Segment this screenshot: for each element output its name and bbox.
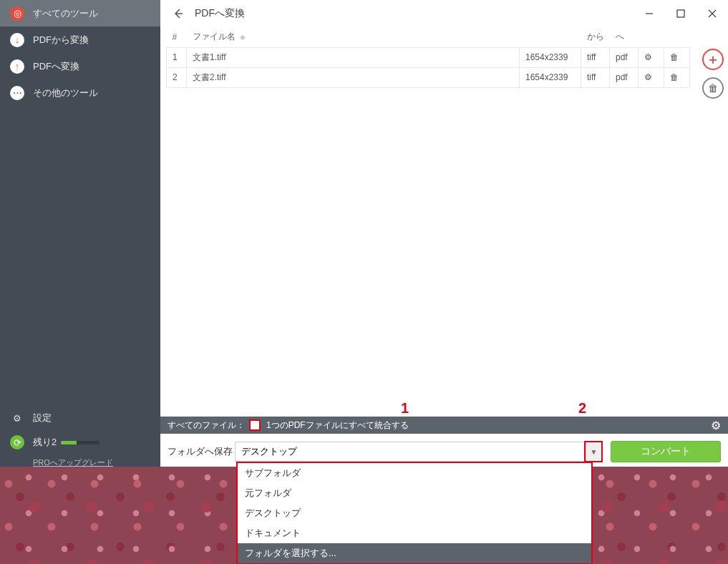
col-settings	[639, 27, 664, 47]
titlebar: PDFへ変換	[160, 0, 728, 27]
remaining-label: 残り2	[33, 436, 57, 449]
svg-rect-1	[677, 10, 684, 17]
back-button[interactable]	[168, 3, 189, 24]
target-icon: ◎	[10, 6, 24, 21]
page-title: PDFへ変換	[195, 7, 245, 20]
cell-delete[interactable]: 🗑	[664, 47, 690, 67]
cell-dimensions: 1654x2339	[520, 47, 581, 67]
sort-icon: ◆	[240, 33, 246, 41]
more-icon: ⋯	[10, 86, 24, 100]
main-panel: PDFへ変換 # ファイル名	[160, 0, 728, 472]
minimize-button[interactable]	[634, 0, 665, 27]
gear-icon: ⚙	[10, 411, 24, 425]
dropdown-option[interactable]: フォルダを選択する...	[238, 543, 591, 563]
sidebar-item-label: PDFへ変換	[33, 60, 79, 73]
sidebar-item-label: PDFから変換	[33, 34, 89, 47]
col-to[interactable]: へ	[610, 27, 639, 47]
merge-prefix: すべてのファイル：	[168, 419, 245, 432]
file-table: # ファイル名 ◆ から へ 1文書1.tiff1654x2339tiffpdf…	[166, 27, 690, 88]
cell-filename: 文書2.tiff	[187, 67, 520, 87]
save-folder-dropdown[interactable]: デスクトップ ▼	[235, 442, 602, 462]
upload-icon: ↑	[10, 59, 24, 74]
download-icon: ↓	[10, 33, 24, 47]
add-file-button[interactable]: ＋	[702, 49, 724, 70]
col-dim	[520, 27, 581, 47]
dropdown-selected: デスクトップ	[241, 445, 297, 458]
cell-to: pdf	[610, 67, 639, 87]
dropdown-option[interactable]: 元フォルダ	[238, 483, 591, 503]
convert-button[interactable]: コンバート	[611, 441, 721, 462]
cell-settings[interactable]: ⚙	[639, 67, 664, 87]
cell-settings[interactable]: ⚙	[639, 47, 664, 67]
annotation-2: 2	[578, 400, 586, 417]
sidebar-item-to-pdf[interactable]: ↑ PDFへ変換	[0, 53, 160, 79]
col-delete	[664, 27, 690, 47]
cell-delete[interactable]: 🗑	[664, 67, 690, 87]
cell-num: 2	[167, 67, 187, 87]
merge-settings-icon[interactable]: ⚙	[711, 419, 721, 432]
close-button[interactable]	[697, 0, 728, 27]
sidebar: ◎ すべてのツール ↓ PDFから変換 ↑ PDFへ変換 ⋯ その	[0, 0, 160, 472]
col-number[interactable]: #	[167, 27, 187, 47]
col-from[interactable]: から	[581, 27, 610, 47]
cell-from: tiff	[581, 67, 610, 87]
remaining-icon: ⟳	[10, 435, 24, 449]
save-row: フォルダへ保存 デスクトップ ▼ コンバート	[160, 441, 728, 462]
sidebar-item-all-tools[interactable]: ◎ すべてのツール	[0, 0, 160, 26]
save-label: フォルダへ保存	[168, 445, 235, 458]
table-row[interactable]: 1文書1.tiff1654x2339tiffpdf⚙🗑	[167, 47, 690, 67]
dropdown-toggle[interactable]: ▼	[586, 442, 601, 461]
app-window: ◎ すべてのツール ↓ PDFから変換 ↑ PDFへ変換 ⋯ その	[0, 0, 728, 472]
merge-label: 1つのPDFファイルにすべて統合する	[266, 419, 409, 432]
clear-all-button[interactable]: 🗑	[702, 77, 724, 99]
dropdown-option[interactable]: デスクトップ	[238, 503, 591, 523]
sidebar-item-label: 設定	[33, 412, 52, 424]
dropdown-option[interactable]: サブフォルダ	[238, 463, 591, 483]
merge-bar: すべてのファイル： 1つのPDFファイルにすべて統合する ⚙	[160, 417, 728, 434]
sidebar-item-label: すべてのツール	[33, 7, 98, 20]
maximize-button[interactable]	[665, 0, 697, 27]
annotation-1: 1	[401, 400, 409, 417]
cell-num: 1	[167, 47, 187, 67]
merge-checkbox[interactable]	[249, 419, 261, 431]
table-row[interactable]: 2文書2.tiff1654x2339tiffpdf⚙🗑	[167, 67, 690, 87]
sidebar-item-remaining[interactable]: ⟳ 残り2	[0, 430, 160, 454]
col-filename[interactable]: ファイル名 ◆	[187, 27, 520, 47]
cell-to: pdf	[610, 47, 639, 67]
save-folder-menu: サブフォルダ元フォルダデスクトップドキュメントフォルダを選択する...	[236, 462, 593, 564]
sidebar-item-label: その他のツール	[33, 87, 98, 99]
dropdown-option[interactable]: ドキュメント	[238, 523, 591, 543]
cell-filename: 文書1.tiff	[187, 47, 520, 67]
cell-dimensions: 1654x2339	[520, 67, 581, 87]
sidebar-item-other-tools[interactable]: ⋯ その他のツール	[0, 79, 160, 106]
sidebar-item-settings[interactable]: ⚙ 設定	[0, 406, 160, 430]
cell-from: tiff	[581, 47, 610, 67]
remaining-progress	[61, 441, 100, 444]
sidebar-item-from-pdf[interactable]: ↓ PDFから変換	[0, 26, 160, 53]
